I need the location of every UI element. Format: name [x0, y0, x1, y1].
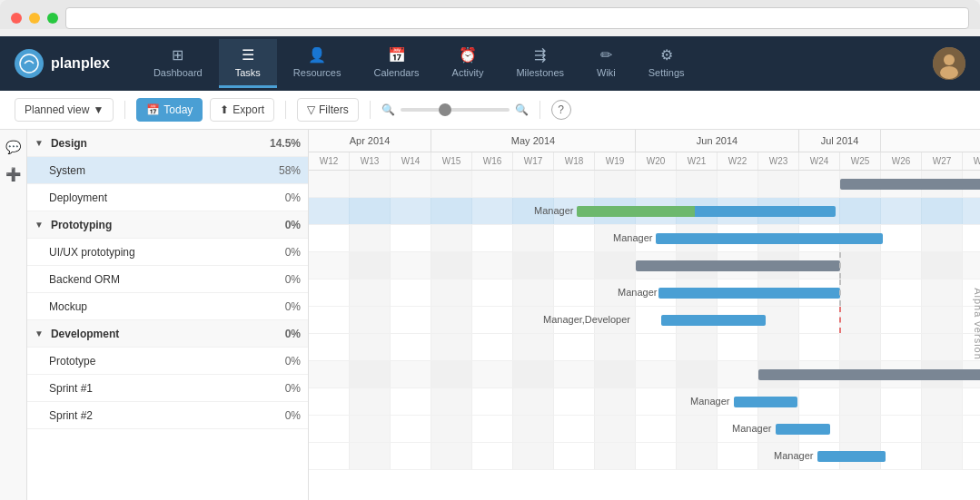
task-name: Prototype: [35, 355, 262, 368]
week-w19: W19: [595, 152, 636, 170]
task-row-mockup[interactable]: Mockup 0%: [27, 293, 308, 320]
week-w17: W17: [513, 152, 554, 170]
task-name: UI/UX prototyping: [35, 246, 262, 259]
gantt-rows: Manager Manager: [309, 171, 980, 470]
content-area: 💬 ➕ ▼ Design 14.5% System 58% Deployment…: [0, 130, 980, 500]
task-row-system[interactable]: System 58%: [27, 157, 308, 184]
wiki-icon: ✏: [600, 46, 612, 64]
task-name: Backend ORM: [35, 273, 262, 286]
nav-item-settings[interactable]: ⚙ Settings: [632, 39, 701, 88]
minimize-button[interactable]: [29, 13, 40, 24]
nav-item-wiki[interactable]: ✏ Wiki: [580, 39, 632, 88]
gantt-outer: Apr 2014 May 2014 Jun 2014 Jul 2014 W12 …: [309, 130, 980, 500]
task-name: Sprint #2: [35, 409, 262, 422]
month-apr: Apr 2014: [309, 130, 431, 152]
task-row-design[interactable]: ▼ Design 14.5%: [27, 130, 308, 157]
gantt-bar-prototyping: [636, 260, 840, 271]
task-row-prototype[interactable]: Prototype 0%: [27, 348, 308, 375]
gantt-row-design: [309, 171, 980, 198]
gantt-bar-development: [758, 369, 980, 380]
resources-icon: 👤: [308, 46, 326, 64]
nav-item-dashboard[interactable]: ⊞ Dashboard: [137, 39, 219, 88]
gantt-label-manager-sprint1: Manager: [732, 423, 771, 434]
week-w18: W18: [554, 152, 595, 170]
milestones-icon: ⇶: [534, 46, 546, 64]
zoom-out-icon: 🔍: [381, 103, 395, 116]
gantt-row-system: Manager: [309, 198, 980, 225]
week-w16: W16: [472, 152, 513, 170]
activity-icon: ⏰: [459, 46, 477, 64]
task-percent: 0%: [262, 328, 301, 340]
zoom-in-icon: 🔍: [515, 103, 529, 116]
export-button[interactable]: ⬆ Export: [210, 98, 274, 122]
week-w12: W12: [309, 152, 350, 170]
month-may: May 2014: [431, 130, 636, 152]
week-w24: W24: [799, 152, 840, 170]
separator-3: [370, 101, 371, 119]
dashed-line-uiux: [839, 279, 841, 306]
nav-item-resources[interactable]: 👤 Resources: [277, 39, 358, 88]
gantt-month-headers: Apr 2014 May 2014 Jun 2014 Jul 2014: [309, 130, 980, 152]
separator-1: [124, 101, 125, 119]
task-row-sprint1[interactable]: Sprint #1 0%: [27, 375, 308, 402]
task-percent: 0%: [262, 409, 301, 422]
week-w23: W23: [758, 152, 799, 170]
nav-item-tasks[interactable]: ☰ Tasks: [219, 39, 277, 88]
add-icon[interactable]: ➕: [4, 164, 24, 184]
zoom-slider[interactable]: [401, 108, 510, 112]
task-name: Prototyping: [47, 219, 262, 231]
gantt-bar-prototype: [734, 397, 797, 407]
filter-icon: ▽: [307, 103, 315, 116]
task-row-development[interactable]: ▼ Development 0%: [27, 320, 308, 348]
expand-icon: ▼: [35, 328, 44, 338]
app: planplex ⊞ Dashboard ☰ Tasks 👤 Resources…: [0, 36, 980, 500]
expand-icon: ▼: [35, 220, 44, 230]
logo-text: planplex: [51, 55, 110, 72]
dashed-line-prototyping: [839, 252, 841, 279]
task-name: Development: [47, 328, 262, 340]
dashed-line-backend: [839, 307, 841, 333]
gantt-row-backend-orm: Manager,Developer: [309, 307, 980, 334]
address-bar[interactable]: [65, 7, 969, 29]
svg-point-2: [944, 54, 955, 65]
task-row-uiux[interactable]: UI/UX prototyping 0%: [27, 239, 308, 266]
tasks-icon: ☰: [242, 46, 254, 64]
nav-item-calendars[interactable]: 📅 Calendars: [357, 39, 435, 88]
gantt-label-manager-deploy: Manager: [613, 232, 652, 243]
task-name: Deployment: [35, 191, 262, 204]
week-w20: W20: [636, 152, 677, 170]
separator-4: [539, 101, 540, 119]
task-name: Mockup: [35, 300, 262, 313]
help-button[interactable]: ?: [551, 100, 571, 120]
today-button[interactable]: 📅 Today: [136, 98, 203, 122]
filters-button[interactable]: ▽ Filters: [297, 98, 359, 122]
left-sidebar: 💬 ➕: [0, 130, 27, 500]
gantt-bar-system-blue: [695, 206, 836, 217]
gantt-label-manager-developer-backend: Manager,Developer: [543, 314, 630, 325]
top-nav: planplex ⊞ Dashboard ☰ Tasks 👤 Resources…: [0, 36, 980, 91]
separator-2: [285, 101, 286, 119]
task-percent: 0%: [262, 246, 301, 259]
user-avatar[interactable]: [933, 47, 965, 80]
close-button[interactable]: [11, 13, 22, 24]
gantt-label-manager-uiux: Manager: [618, 287, 657, 298]
task-row-backend-orm[interactable]: Backend ORM 0%: [27, 266, 308, 293]
nav-item-activity[interactable]: ⏰ Activity: [436, 39, 500, 88]
gantt-bar-backend-orm: [661, 315, 766, 326]
gantt-row-uiux: Manager: [309, 279, 980, 307]
gantt-row-mockup: [309, 334, 980, 361]
week-w22: W22: [718, 152, 758, 170]
task-row-deployment[interactable]: Deployment 0%: [27, 184, 308, 211]
week-w25: W25: [840, 152, 881, 170]
task-row-prototyping[interactable]: ▼ Prototyping 0%: [27, 211, 308, 239]
gantt-bar-uiux: [658, 288, 840, 299]
maximize-button[interactable]: [47, 13, 58, 24]
task-percent: 58%: [262, 164, 301, 177]
comment-icon[interactable]: 💬: [4, 137, 24, 157]
gantt-area[interactable]: Apr 2014 May 2014 Jun 2014 Jul 2014 W12 …: [309, 130, 980, 470]
nav-item-milestones[interactable]: ⇶ Milestones: [500, 39, 580, 88]
chevron-down-icon: ▼: [93, 103, 104, 116]
toolbar: Planned view ▼ 📅 Today ⬆ Export ▽ Filter…: [0, 91, 980, 130]
planned-view-button[interactable]: Planned view ▼: [15, 98, 114, 122]
task-row-sprint2[interactable]: Sprint #2 0%: [27, 402, 308, 429]
